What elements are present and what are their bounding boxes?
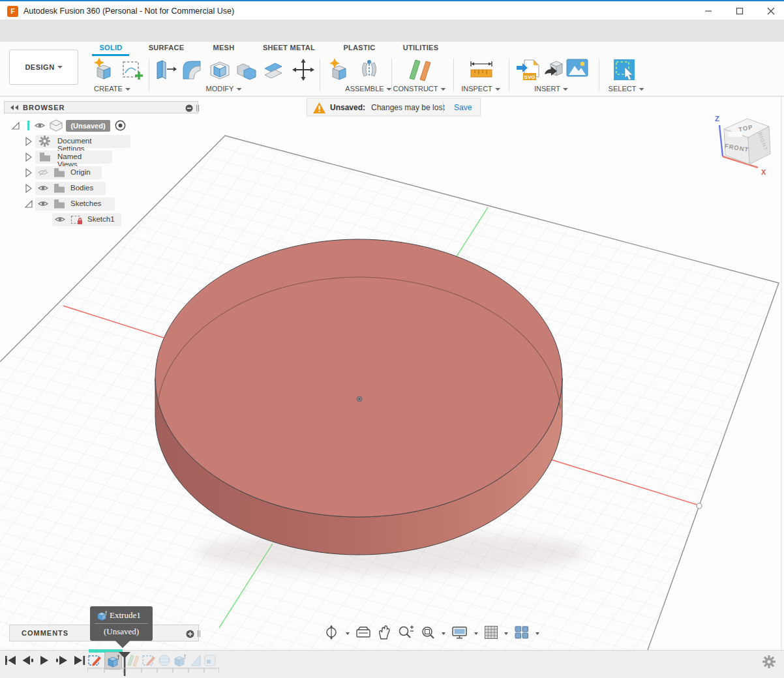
timeline-feature-box[interactable] [203,653,217,668]
save-link[interactable]: Save [454,103,472,112]
fit-button[interactable] [420,625,436,643]
offset-face-button[interactable] [261,57,286,83]
group-assemble[interactable]: ASSEMBLE [345,85,391,93]
create-sketch-button[interactable] [120,57,145,83]
tab-sheet-metal[interactable]: SHEET METAL [263,44,315,52]
construct-plane-button[interactable] [406,57,434,86]
expanded-arrow-icon[interactable] [11,121,20,130]
tooltip-document-state: (Unsaved) [90,626,153,637]
create-solid-button[interactable] [91,57,116,83]
timeline-feature-sketch1[interactable] [87,653,102,668]
timeline-settings-button[interactable] [762,655,776,668]
tab-surface[interactable]: SURFACE [149,44,185,52]
visibility-eye-icon[interactable] [55,215,65,224]
collapsed-arrow-icon[interactable] [25,137,33,146]
tab-solid[interactable]: SOLID [99,44,122,52]
collapsed-arrow-icon[interactable] [25,168,33,177]
tab-plastic[interactable]: PLASTIC [343,44,375,52]
fillet-button[interactable] [179,57,204,83]
timeline-bar [0,650,784,678]
group-construct[interactable]: CONSTRUCT [393,85,445,93]
viewport-canvas[interactable]: Z X TOP FRONT RIGHT Unsaved: Changes may… [0,96,784,650]
group-insert[interactable]: INSERT [534,85,568,93]
active-marker [27,121,29,130]
chevron-down-icon[interactable] [346,632,350,635]
divider [391,59,392,91]
grid-snap-button[interactable] [484,625,498,642]
folder-icon [53,199,65,209]
new-component-button[interactable] [326,57,352,83]
insert-svg-button[interactable]: SVG [515,57,541,85]
tab-mesh[interactable]: MESH [213,44,235,52]
view-cube[interactable]: Z X TOP FRONT RIGHT [704,104,783,183]
combine-button[interactable] [234,57,259,83]
timeline-feature-sphere[interactable] [157,653,172,668]
pan-button[interactable] [377,625,391,643]
timeline-group-bracket [87,668,219,674]
minimize-button[interactable] [693,1,723,21]
group-select[interactable]: SELECT [609,85,644,93]
tab-utilities[interactable]: UTILITIES [403,44,439,52]
group-create[interactable]: CREATE [94,85,130,93]
app-window: F Autodesk Fusion 360 (Personal - Not fo… [0,0,784,678]
go-to-end-button[interactable] [74,656,85,665]
visibility-eye-icon[interactable] [35,121,45,130]
select-button[interactable] [612,57,639,85]
ribbon: DESIGN SOLID SURFACE MESH SHEET METAL PL… [0,42,784,96]
display-settings-button[interactable] [451,625,468,643]
chevron-down-icon[interactable] [474,632,478,635]
maximize-icon [737,8,743,14]
collapsed-arrow-icon[interactable] [25,153,33,162]
tree-item-label[interactable]: Sketch1 [87,215,115,223]
chevron-down-icon[interactable] [442,632,445,635]
title-bar: F Autodesk Fusion 360 (Personal - Not fo… [0,0,784,20]
browser-header[interactable]: BROWSER [4,101,198,113]
timeline-feature-extrude[interactable] [173,653,187,668]
visibility-eye-icon[interactable] [38,199,48,208]
visibility-eye-icon[interactable] [38,184,48,192]
orbit-button[interactable] [324,625,340,643]
zoom-button[interactable] [397,625,414,643]
folder-icon [53,183,65,193]
maximize-button[interactable] [725,1,755,21]
shell-button[interactable] [207,57,232,83]
workspace-selector[interactable]: DESIGN [9,50,78,85]
visibility-off-eye-icon[interactable] [38,168,48,177]
joint-button[interactable] [356,57,382,83]
collapsed-arrow-icon[interactable] [25,184,33,193]
activate-radio-icon[interactable] [115,120,126,131]
close-button[interactable] [756,1,784,21]
remove-panel-icon[interactable] [185,104,193,112]
move-copy-button[interactable] [291,57,316,83]
press-pull-button[interactable] [152,57,177,83]
extruded-cylinder-body[interactable] [155,239,562,555]
step-back-button[interactable] [23,656,34,665]
group-modify[interactable]: MODIFY [206,85,242,93]
window-title: Autodesk Fusion 360 (Personal - Not for … [23,7,234,16]
viewports-button[interactable] [514,625,530,642]
measure-button[interactable] [468,57,494,83]
warning-message: Changes may be lost [371,103,445,112]
insert-derive-button[interactable] [543,57,566,83]
add-comment-icon[interactable] [186,630,194,638]
tree-item-label[interactable]: Bodies [70,184,93,192]
tooltip-arrow [115,641,130,648]
folder-icon [53,168,65,177]
cylinder-top-face[interactable] [155,239,562,517]
timeline-feature-revolve[interactable] [188,653,203,668]
expanded-arrow-icon[interactable] [24,199,33,209]
chevron-down-icon[interactable] [504,632,508,635]
play-button[interactable] [40,656,48,665]
insert-canvas-button[interactable] [566,59,588,78]
panel-grip-icon[interactable] [197,630,201,638]
look-at-button[interactable] [355,625,371,642]
timeline-feature-sketch[interactable] [142,653,156,668]
timeline-feature-plane[interactable] [126,653,140,668]
root-document-label[interactable]: (Unsaved) [66,120,110,132]
tree-item-label[interactable]: Sketches [70,199,101,207]
panel-grip-icon[interactable] [196,104,200,112]
tree-item-label[interactable]: Origin [70,168,91,176]
chevron-down-icon[interactable] [535,632,539,635]
group-inspect[interactable]: INSPECT [461,85,500,93]
chevron-down-icon [639,88,644,91]
